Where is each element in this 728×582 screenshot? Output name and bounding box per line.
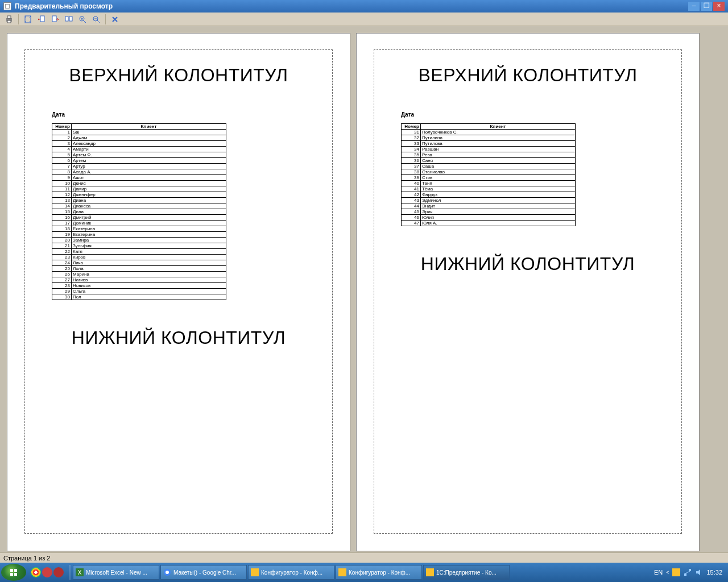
zoom-out-button[interactable] — [90, 14, 102, 25]
cell-num: 3 — [52, 141, 72, 147]
fit-page-button[interactable] — [22, 14, 34, 25]
status-text: Страница 1 из 2 — [3, 555, 50, 562]
clock[interactable]: 15:32 — [706, 569, 722, 576]
cell-num: 35 — [402, 152, 421, 158]
cell-client: Юлия — [421, 215, 576, 221]
cell-client: Дамир — [72, 186, 226, 192]
svg-rect-23 — [684, 573, 686, 576]
table-row: 29Ольга — [52, 289, 226, 294]
svg-rect-14 — [14, 573, 17, 576]
taskbar-item[interactable]: Конфигуратор - Конф... — [336, 565, 422, 580]
cell-num: 20 — [52, 238, 72, 243]
close-button[interactable]: × — [713, 2, 725, 11]
taskbar-item[interactable]: 1С:Предприятие - Ко... — [423, 565, 510, 580]
col-header-client: Клиент — [421, 124, 576, 130]
tray-1c-icon[interactable] — [672, 568, 680, 576]
table-row: 26Марина — [52, 272, 226, 277]
table-row: 43Эдминол — [402, 198, 576, 203]
table-row: 36Саня — [402, 158, 576, 164]
cell-client: Артем — [72, 158, 226, 164]
table-row: 1Sal — [52, 130, 226, 135]
cell-client: Александр — [72, 141, 226, 147]
table-row: 33Путилова — [402, 141, 576, 147]
svg-rect-13 — [10, 573, 13, 576]
taskbar-item[interactable]: Конфигуратор - Конф... — [248, 565, 334, 580]
cell-num: 24 — [52, 260, 72, 266]
table-row: 37Саша — [402, 164, 576, 169]
svg-rect-1 — [7, 16, 11, 18]
col-header-client: Клиент — [72, 124, 226, 130]
cell-client: Зульфия — [72, 243, 226, 249]
cell-num: 16 — [52, 215, 72, 221]
tray-volume-icon[interactable] — [695, 568, 703, 576]
cell-num: 32 — [402, 135, 421, 141]
restore-button[interactable]: ❐ — [701, 2, 712, 11]
date-label: Дата — [52, 111, 335, 118]
tray-chevron-icon[interactable]: < — [666, 569, 669, 575]
table-row: 16Дмитрий — [52, 215, 226, 221]
table-row: 7Артур — [52, 164, 226, 169]
cell-client: Киров — [72, 255, 226, 260]
svg-rect-11 — [10, 569, 13, 572]
table-row: 32Путилина — [402, 135, 576, 141]
svg-rect-2 — [7, 20, 11, 23]
table-row: 22Катя — [52, 249, 226, 255]
data-table-1: Номер Клиент 1Sal2Аджам3Александр4Амарти… — [52, 123, 226, 300]
table-row: 23Киров — [52, 255, 226, 260]
preview-page-1: ВЕРХНИЙ КОЛОНТИТУЛ Дата Номер Клиент 1Sa… — [7, 33, 350, 551]
cell-num: 14 — [52, 203, 72, 209]
table-row: 18Екатерина — [52, 226, 226, 232]
table-row: 8Асада А. — [52, 169, 226, 175]
taskbar-item-label: Конфигуратор - Конф... — [261, 569, 322, 576]
cell-num: 22 — [52, 249, 72, 255]
cell-client: Sal — [72, 130, 226, 135]
minimize-button[interactable]: – — [688, 2, 700, 11]
taskbar-item-label: Microsoft Excel - New ... — [86, 569, 147, 576]
tray-network-icon[interactable] — [684, 568, 692, 576]
zoom-in-button[interactable] — [77, 14, 88, 25]
cell-client: Дила — [72, 209, 226, 215]
cell-num: 8 — [52, 169, 72, 175]
quicklaunch-app-icon[interactable] — [42, 567, 52, 577]
svg-rect-7 — [69, 16, 72, 21]
svg-text:X: X — [78, 569, 82, 576]
cell-client: Таня — [421, 181, 576, 186]
cell-num: 13 — [52, 198, 72, 203]
svg-point-10 — [9, 567, 19, 577]
cell-client: Полувочников С. — [421, 130, 576, 135]
cell-num: 45 — [402, 209, 421, 215]
taskbar-item[interactable]: Макеты() - Google Chr... — [160, 565, 247, 580]
cell-client: Дженифер — [72, 192, 226, 198]
cell-client: Лола — [72, 266, 226, 272]
multipage-button[interactable] — [63, 14, 75, 25]
taskbar: X Microsoft Excel - New ... Макеты() - G… — [0, 563, 728, 582]
cell-client: Равшан — [421, 147, 576, 152]
table-row: 10Денис — [52, 181, 226, 186]
cell-client: Замира — [72, 238, 226, 243]
date-label: Дата — [401, 111, 684, 118]
cell-num: 38 — [402, 169, 421, 175]
statusbar: Страница 1 из 2 — [0, 552, 728, 563]
cell-client: Диана — [72, 198, 226, 203]
next-page-button[interactable] — [49, 14, 61, 25]
preview-area[interactable]: ВЕРХНИЙ КОЛОНТИТУЛ Дата Номер Клиент 1Sa… — [0, 26, 728, 552]
prev-page-button[interactable] — [36, 14, 47, 25]
cell-num: 44 — [402, 203, 421, 209]
close-preview-button[interactable] — [109, 14, 121, 25]
svg-rect-20 — [338, 568, 346, 576]
print-button[interactable] — [3, 14, 15, 25]
quicklaunch-opera-icon[interactable] — [53, 567, 64, 577]
cell-num: 39 — [402, 175, 421, 181]
language-indicator[interactable]: EN — [654, 569, 663, 576]
start-button[interactable] — [1, 564, 26, 581]
table-row: 12Дженифер — [52, 192, 226, 198]
taskbar-item[interactable]: X Microsoft Excel - New ... — [73, 565, 159, 580]
cell-num: 47 — [402, 221, 421, 226]
table-row: 17Доминик — [52, 221, 226, 226]
cell-num: 40 — [402, 181, 421, 186]
taskbar-item-label: Макеты() - Google Chr... — [173, 569, 236, 576]
cell-client: Эрик — [421, 209, 576, 215]
cell-client: Юля А. — [421, 221, 576, 226]
quicklaunch-chrome-icon[interactable] — [31, 567, 41, 577]
cell-num: 11 — [52, 186, 72, 192]
